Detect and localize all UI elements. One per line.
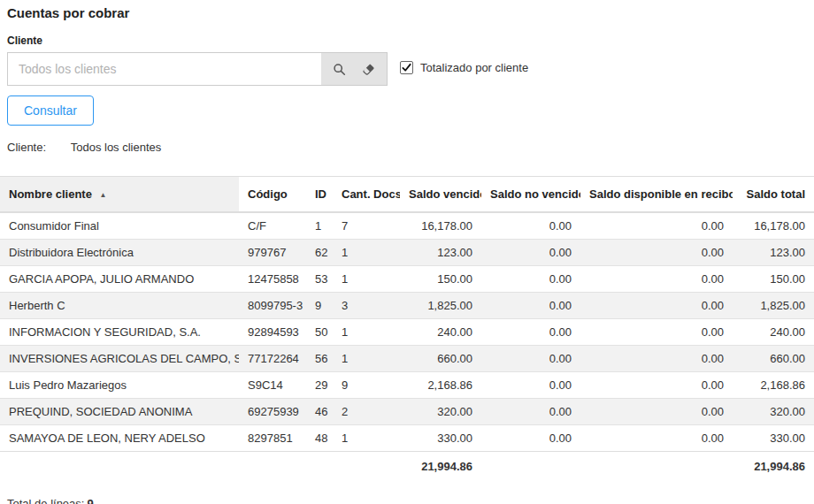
search-addon: [321, 53, 387, 85]
consultar-button[interactable]: Consultar: [7, 95, 94, 126]
table-body: Consumidor Final C/F 1 7 16,178.00 0.00 …: [0, 212, 814, 452]
cell-codigo: 77172264: [239, 346, 306, 372]
column-header-cant-docs[interactable]: Cant. Docs.: [333, 177, 400, 213]
table-header: Nombre cliente ▲ Código ID Cant. Docs. S…: [0, 177, 814, 213]
cell-cant-docs: 1: [333, 319, 400, 346]
total-lines-label: Total de líneas:: [7, 497, 84, 504]
cell-nombre-cliente: Luis Pedro Mazariegos: [0, 372, 239, 399]
cell-saldo-total: 240.00: [733, 319, 814, 346]
cell-saldo-disponible: 0.00: [580, 293, 733, 319]
total-lines-value: 9: [87, 497, 93, 504]
cell-saldo-no-vencido: 0.00: [481, 346, 580, 372]
table-row: GARCIA APOPA, JULIO ARMANDO 12475858 53 …: [0, 266, 814, 293]
column-header-id[interactable]: ID: [306, 177, 333, 213]
cell-saldo-vencido: 320.00: [400, 399, 481, 425]
table-totals: 21,994.86 21,994.86: [0, 452, 814, 482]
cell-saldo-vencido: 150.00: [400, 266, 481, 293]
cell-saldo-total: 123.00: [733, 240, 814, 266]
total-saldo-total: 21,994.86: [733, 452, 814, 482]
cell-saldo-disponible: 0.00: [580, 399, 733, 425]
cell-id: 48: [306, 425, 333, 452]
sort-asc-icon: ▲: [100, 191, 107, 199]
cliente-summary: Cliente: Todos los clientes: [7, 141, 807, 154]
search-button[interactable]: [327, 57, 350, 80]
page-title: Cuentas por cobrar: [7, 5, 807, 20]
cell-cant-docs: 1: [333, 346, 400, 372]
cell-saldo-total: 16,178.00: [733, 212, 814, 240]
cell-saldo-disponible: 0.00: [580, 346, 733, 372]
cell-saldo-disponible: 0.00: [580, 240, 733, 266]
cell-codigo: S9C14: [239, 372, 306, 399]
cell-id: 53: [306, 266, 333, 293]
cell-id: 56: [306, 346, 333, 372]
cuentas-por-cobrar-page: Cuentas por cobrar Cliente: [0, 0, 814, 504]
table-row: SAMAYOA DE LEON, NERY ADELSO 8297851 48 …: [0, 425, 814, 452]
cell-saldo-no-vencido: 0.00: [481, 425, 580, 452]
cell-id: 62: [306, 240, 333, 266]
cell-nombre-cliente: Herberth C: [0, 293, 239, 319]
table-row: PREQUIND, SOCIEDAD ANONIMA 69275939 46 2…: [0, 399, 814, 425]
cell-saldo-disponible: 0.00: [580, 319, 733, 346]
cell-saldo-disponible: 0.00: [580, 212, 733, 240]
cell-nombre-cliente: Consumidor Final: [0, 212, 239, 240]
cliente-search-input[interactable]: [8, 53, 321, 85]
cell-saldo-no-vencido: 0.00: [481, 319, 580, 346]
cell-saldo-disponible: 0.00: [580, 266, 733, 293]
cell-id: 9: [306, 293, 333, 319]
cell-codigo: C/F: [239, 212, 306, 240]
cell-saldo-total: 320.00: [733, 399, 814, 425]
column-header-saldo-disponible[interactable]: Saldo disponible en recibos: [580, 177, 733, 213]
magnifier-icon: [333, 63, 346, 76]
cell-codigo: 979767: [239, 240, 306, 266]
cell-saldo-vencido: 240.00: [400, 319, 481, 346]
cell-cant-docs: 1: [333, 425, 400, 452]
cell-nombre-cliente: INFORMACION Y SEGURIDAD, S.A.: [0, 319, 239, 346]
cell-codigo: 69275939: [239, 399, 306, 425]
column-header-codigo[interactable]: Código: [239, 177, 306, 213]
cell-id: 1: [306, 212, 333, 240]
cell-id: 29: [306, 372, 333, 399]
totalizado-option: Totalizado por cliente: [400, 61, 528, 74]
cell-cant-docs: 7: [333, 212, 400, 240]
column-header-saldo-vencido[interactable]: Saldo vencido: [400, 177, 481, 213]
cell-saldo-vencido: 330.00: [400, 425, 481, 452]
cell-cant-docs: 2: [333, 399, 400, 425]
column-header-nombre-cliente[interactable]: Nombre cliente ▲: [0, 177, 239, 213]
table-row: Distribuidora Electrónica 979767 62 1 12…: [0, 240, 814, 266]
cell-saldo-no-vencido: 0.00: [481, 212, 580, 240]
cell-codigo: 8099795-3: [239, 293, 306, 319]
cell-saldo-total: 330.00: [733, 425, 814, 452]
totalizado-label[interactable]: Totalizado por cliente: [420, 61, 528, 74]
cliente-summary-label: Cliente:: [7, 141, 46, 154]
cell-saldo-vencido: 660.00: [400, 346, 481, 372]
cell-saldo-vencido: 2,168.86: [400, 372, 481, 399]
cell-saldo-no-vencido: 0.00: [481, 399, 580, 425]
total-saldo-vencido: 21,994.86: [400, 452, 481, 482]
checkmark-icon: [402, 63, 411, 73]
cell-cant-docs: 1: [333, 266, 400, 293]
cell-saldo-no-vencido: 0.00: [481, 240, 580, 266]
column-header-saldo-no-vencido[interactable]: Saldo no vencido: [481, 177, 580, 213]
table-row: Luis Pedro Mazariegos S9C14 29 9 2,168.8…: [0, 372, 814, 399]
cell-codigo: 12475858: [239, 266, 306, 293]
cell-nombre-cliente: GARCIA APOPA, JULIO ARMANDO: [0, 266, 239, 293]
cell-saldo-total: 150.00: [733, 266, 814, 293]
cell-nombre-cliente: INVERSIONES AGRICOLAS DEL CAMPO, S.A.: [0, 346, 239, 372]
column-header-label: Nombre cliente: [9, 187, 92, 201]
cell-saldo-vencido: 16,178.00: [400, 212, 481, 240]
eraser-icon: [362, 63, 375, 76]
cliente-summary-value: Todos los clientes: [71, 141, 162, 154]
cell-cant-docs: 9: [333, 372, 400, 399]
clear-button[interactable]: [357, 57, 380, 80]
cliente-field-label: Cliente: [7, 34, 807, 47]
cuentas-table: Nombre cliente ▲ Código ID Cant. Docs. S…: [0, 176, 814, 481]
cell-saldo-no-vencido: 0.00: [481, 372, 580, 399]
cell-codigo: 92894593: [239, 319, 306, 346]
cell-saldo-total: 660.00: [733, 346, 814, 372]
cell-cant-docs: 3: [333, 293, 400, 319]
table-row: INVERSIONES AGRICOLAS DEL CAMPO, S.A. 77…: [0, 346, 814, 372]
column-header-saldo-total[interactable]: Saldo total: [733, 177, 814, 213]
totalizado-checkbox[interactable]: [400, 61, 413, 74]
cliente-search-group: [7, 52, 388, 86]
cell-saldo-disponible: 0.00: [580, 425, 733, 452]
